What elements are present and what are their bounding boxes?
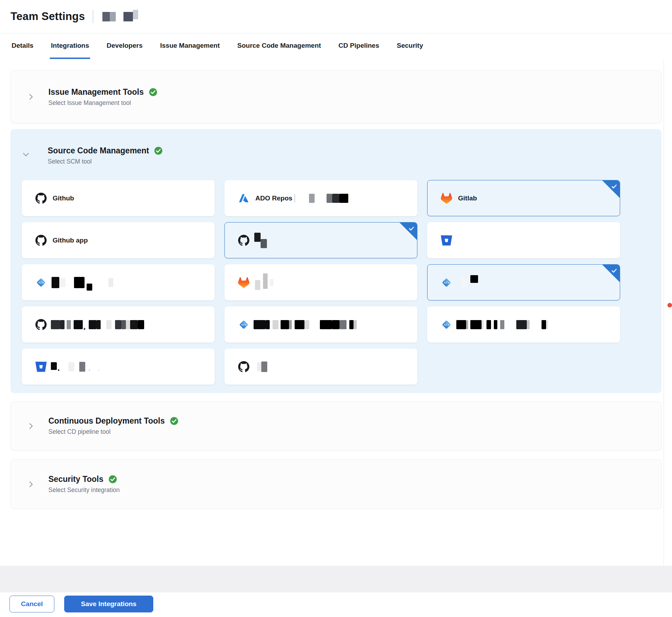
scm-card-github-app[interactable]: Github app [22, 222, 215, 258]
redacted-text [254, 320, 357, 329]
scm-section-header[interactable]: Source Code Management Select SCM tool [22, 146, 661, 165]
footer-action-bar: Cancel Save Integrations [0, 592, 672, 617]
content-edge-divider [664, 59, 664, 566]
chevron-right-icon [27, 422, 35, 430]
scm-card-redacted[interactable]: </> [22, 264, 215, 300]
chevron-right-icon [27, 480, 35, 489]
github-icon [238, 235, 249, 246]
tab-source-code-management[interactable]: Source Code Management [236, 33, 322, 59]
chevron-down-icon [22, 150, 30, 159]
section-title: Issue Management Tools [48, 87, 144, 97]
scroll-marker-dot [667, 303, 672, 307]
scm-card-redacted[interactable] [224, 222, 417, 258]
scm-card-redacted[interactable] [22, 349, 215, 385]
section-subtitle: Select Security integration [48, 486, 120, 494]
tab-developers[interactable]: Developers [106, 33, 143, 59]
azure-repos-icon: </> [35, 277, 47, 288]
tab-integrations[interactable]: Integrations [50, 33, 90, 59]
redacted-team-name [102, 12, 116, 21]
success-check-icon [108, 475, 117, 484]
azure-devops-icon [238, 193, 249, 204]
page-header: Team Settings [0, 0, 672, 33]
tab-label: Issue Management [160, 42, 220, 49]
redacted-team-name [123, 12, 138, 21]
svg-text:</>: </> [444, 323, 449, 326]
tab-security[interactable]: Security [396, 33, 424, 59]
section-subtitle: Select CD pipeline tool [48, 428, 179, 436]
save-integrations-button[interactable]: Save Integrations [64, 596, 153, 612]
svg-text:</>: </> [241, 323, 247, 326]
github-icon [35, 193, 47, 204]
bitbucket-icon [35, 361, 47, 372]
redacted-text [254, 236, 267, 245]
azure-repos-icon: </> [238, 319, 249, 330]
success-check-icon [154, 146, 163, 155]
tab-label: Details [12, 42, 33, 49]
section-subtitle: Select SCM tool [48, 158, 163, 165]
tab-label: Integrations [51, 42, 89, 49]
footer-separator-band [0, 566, 672, 592]
section-title: Security Tools [48, 475, 103, 484]
gitlab-icon [238, 277, 249, 288]
scm-tool-grid: Github ADO Repos Gitlab Github app [22, 180, 661, 385]
tab-label: Developers [107, 42, 142, 49]
scm-card-bitbucket[interactable] [427, 222, 620, 258]
tool-label: Gitlab [458, 194, 477, 202]
section-security-tools[interactable]: Security Tools Select Security integrati… [11, 459, 661, 509]
cancel-button[interactable]: Cancel [9, 596, 54, 612]
section-source-code-management: Source Code Management Select SCM tool G… [11, 129, 661, 393]
title-divider [93, 10, 93, 23]
selected-check-icon [611, 267, 618, 274]
tool-label: ADO Repos [255, 194, 293, 202]
redacted-text [461, 278, 478, 287]
scm-card-gitlab[interactable]: Gitlab [427, 180, 620, 216]
tab-label: CD Pipelines [338, 42, 379, 49]
redacted-text [255, 275, 274, 290]
azure-repos-icon: </> [441, 277, 452, 288]
bitbucket-icon [441, 235, 452, 246]
svg-text:</>: </> [444, 281, 449, 284]
github-icon [35, 235, 47, 246]
scm-card-ado-repos[interactable]: ADO Repos [224, 180, 417, 216]
github-icon [35, 319, 47, 330]
scm-card-github[interactable]: Github [22, 180, 215, 216]
redacted-text [295, 194, 348, 203]
tab-label: Source Code Management [237, 42, 321, 49]
selected-check-icon [408, 225, 415, 232]
scm-card-redacted[interactable]: </> [224, 306, 417, 343]
selected-check-icon [611, 183, 618, 190]
tab-cd-pipelines[interactable]: CD Pipelines [337, 33, 380, 59]
scm-card-redacted[interactable]: </> [427, 264, 620, 300]
section-title: Source Code Management [48, 146, 149, 155]
azure-repos-icon: </> [441, 319, 452, 330]
section-issue-management-tools[interactable]: Issue Management Tools Select Issue Mana… [11, 70, 661, 124]
tab-details[interactable]: Details [11, 33, 34, 59]
section-continuous-deployment-tools[interactable]: Continuous Deployment Tools Select CD pi… [11, 401, 661, 451]
redacted-text [456, 320, 548, 329]
page-title: Team Settings [11, 10, 85, 23]
chevron-right-icon [27, 93, 35, 101]
tool-label: Github app [53, 237, 88, 244]
redacted-text [51, 320, 144, 329]
tab-label: Security [397, 42, 423, 49]
svg-text:</>: </> [38, 281, 44, 284]
scm-card-redacted[interactable] [224, 264, 417, 300]
redacted-text [257, 361, 267, 372]
scm-card-redacted[interactable]: </> [427, 306, 620, 343]
section-title: Continuous Deployment Tools [48, 416, 165, 426]
section-subtitle: Select Issue Management tool [48, 99, 158, 107]
tool-label: Github [53, 194, 74, 202]
success-check-icon [148, 87, 158, 97]
redacted-text [51, 362, 99, 372]
github-icon [238, 361, 249, 372]
scm-card-redacted[interactable] [224, 349, 417, 385]
settings-tab-bar: Details Integrations Developers Issue Ma… [0, 33, 672, 59]
scm-card-redacted[interactable] [22, 306, 215, 343]
gitlab-icon [441, 193, 452, 204]
success-check-icon [169, 416, 179, 426]
redacted-text [52, 277, 113, 288]
tab-issue-management[interactable]: Issue Management [159, 33, 221, 59]
